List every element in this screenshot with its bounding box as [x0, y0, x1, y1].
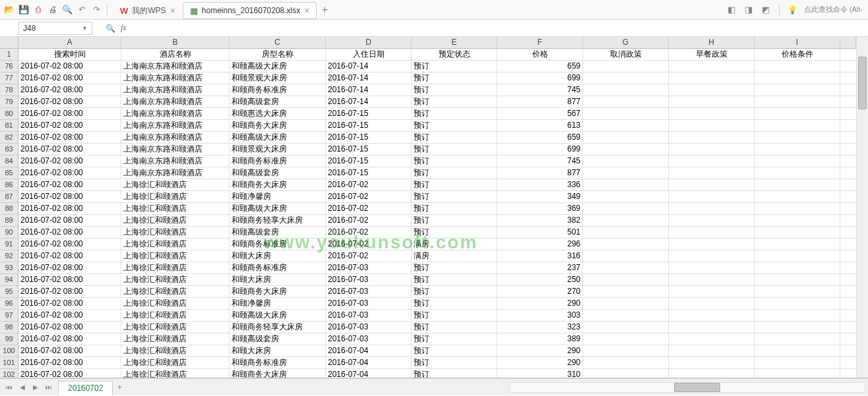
- cell[interactable]: 预订: [412, 286, 497, 298]
- cell[interactable]: 预订: [412, 357, 497, 369]
- cell[interactable]: 预订: [412, 322, 497, 333]
- fx-icon[interactable]: fx: [121, 23, 127, 33]
- cell[interactable]: [755, 345, 840, 357]
- cell[interactable]: 上海南京东路和颐酒店: [121, 96, 230, 108]
- cell[interactable]: 预订: [412, 156, 497, 167]
- name-box[interactable]: J48 ▼: [18, 22, 92, 35]
- cell[interactable]: 2016-07-04: [326, 345, 412, 357]
- cell[interactable]: 预订: [412, 132, 497, 144]
- cell[interactable]: 2016-07-02 08:00: [18, 215, 121, 227]
- cell[interactable]: [583, 61, 669, 72]
- cell[interactable]: 满房: [412, 239, 497, 250]
- cell[interactable]: 上海徐汇和颐酒店: [121, 286, 230, 298]
- cell[interactable]: [755, 72, 840, 84]
- cell[interactable]: [669, 250, 755, 262]
- cell[interactable]: 预订: [412, 61, 497, 72]
- cell[interactable]: 2016-07-15: [326, 167, 412, 179]
- cell[interactable]: 2016-07-02 08:00: [18, 262, 121, 274]
- cell[interactable]: 290: [497, 298, 583, 310]
- cell[interactable]: 745: [497, 84, 583, 96]
- cell[interactable]: 上海徐汇和颐酒店: [121, 345, 230, 357]
- row-header[interactable]: 84: [0, 156, 18, 167]
- cell[interactable]: [583, 274, 669, 286]
- cell[interactable]: [755, 274, 840, 286]
- cell[interactable]: [669, 239, 755, 250]
- cell[interactable]: 和颐净馨房: [230, 191, 326, 203]
- cell[interactable]: 877: [497, 167, 583, 179]
- vertical-scrollbar[interactable]: [856, 37, 868, 378]
- cell[interactable]: 2016-07-02: [326, 250, 412, 262]
- cell[interactable]: [583, 120, 669, 132]
- cell[interactable]: 和颐高级大床房: [230, 203, 326, 215]
- cell[interactable]: 和颐高级套房: [230, 96, 326, 108]
- sheet-nav-next-icon[interactable]: ▶: [30, 382, 41, 393]
- cell[interactable]: 745: [497, 156, 583, 167]
- row-header[interactable]: 101: [0, 357, 18, 369]
- row-header[interactable]: 97: [0, 310, 18, 322]
- cell[interactable]: 预订: [412, 191, 497, 203]
- cell[interactable]: [669, 357, 755, 369]
- cell[interactable]: 预订: [412, 215, 497, 227]
- mode-icon-1[interactable]: ◧: [726, 5, 737, 15]
- cell[interactable]: 2016-07-03: [326, 298, 412, 310]
- cell[interactable]: [755, 167, 840, 179]
- cell[interactable]: 上海徐汇和颐酒店: [121, 250, 230, 262]
- cell[interactable]: 预订: [412, 203, 497, 215]
- cell[interactable]: [583, 132, 669, 144]
- cell[interactable]: 613: [497, 120, 583, 132]
- row-header[interactable]: 76: [0, 61, 18, 72]
- row-header[interactable]: 88: [0, 203, 18, 215]
- cell[interactable]: [583, 286, 669, 298]
- row-header[interactable]: 87: [0, 191, 18, 203]
- cell[interactable]: [755, 333, 840, 345]
- cell[interactable]: 上海徐汇和颐酒店: [121, 274, 230, 286]
- header-cell[interactable]: 价格: [497, 49, 583, 61]
- cell[interactable]: [583, 333, 669, 345]
- row-header[interactable]: 77: [0, 72, 18, 84]
- cell[interactable]: 316: [497, 250, 583, 262]
- cell[interactable]: [669, 72, 755, 84]
- cell[interactable]: [755, 239, 840, 250]
- cell[interactable]: [755, 322, 840, 333]
- sheet-nav-last-icon[interactable]: ⏭: [44, 382, 54, 393]
- cell[interactable]: [755, 310, 840, 322]
- scrollbar-thumb[interactable]: [674, 383, 720, 392]
- cell[interactable]: 659: [497, 61, 583, 72]
- cell[interactable]: 预订: [412, 333, 497, 345]
- cell[interactable]: 2016-07-02: [326, 227, 412, 239]
- cell[interactable]: [669, 156, 755, 167]
- save-icon[interactable]: 💾: [18, 5, 29, 15]
- row-header[interactable]: 92: [0, 250, 18, 262]
- cell[interactable]: [583, 191, 669, 203]
- header-cell[interactable]: 取消政策: [583, 49, 669, 61]
- cell[interactable]: 2016-07-14: [326, 96, 412, 108]
- cell[interactable]: 2016-07-02 08:00: [18, 61, 121, 72]
- cell[interactable]: 2016-07-14: [326, 61, 412, 72]
- cell[interactable]: 2016-07-02 08:00: [18, 369, 121, 378]
- tab-wps-home[interactable]: W 我的WPS ×: [113, 2, 183, 19]
- cell[interactable]: 2016-07-02 08:00: [18, 72, 121, 84]
- cell[interactable]: [755, 227, 840, 239]
- cell[interactable]: 2016-07-03: [326, 274, 412, 286]
- cell[interactable]: [755, 369, 840, 378]
- cell[interactable]: 2016-07-15: [326, 132, 412, 144]
- cell[interactable]: [669, 167, 755, 179]
- row-header[interactable]: 100: [0, 345, 18, 357]
- cell[interactable]: [669, 286, 755, 298]
- cell[interactable]: 和颐景观大床房: [230, 144, 326, 156]
- cell[interactable]: 上海南京东路和颐酒店: [121, 156, 230, 167]
- column-header[interactable]: C: [230, 37, 326, 49]
- cell[interactable]: 满房: [412, 250, 497, 262]
- cell[interactable]: 2016-07-02: [326, 239, 412, 250]
- cell[interactable]: 和颐商务标准房: [230, 357, 326, 369]
- cell[interactable]: [583, 179, 669, 191]
- cell[interactable]: [755, 357, 840, 369]
- cell[interactable]: [669, 191, 755, 203]
- cell[interactable]: 和颐净馨房: [230, 298, 326, 310]
- cell[interactable]: 659: [497, 132, 583, 144]
- search-icon[interactable]: 🔍: [106, 24, 115, 33]
- row-header[interactable]: 102: [0, 369, 18, 378]
- cell[interactable]: 和颐大床房: [230, 345, 326, 357]
- cell[interactable]: [669, 132, 755, 144]
- cell[interactable]: 预订: [412, 262, 497, 274]
